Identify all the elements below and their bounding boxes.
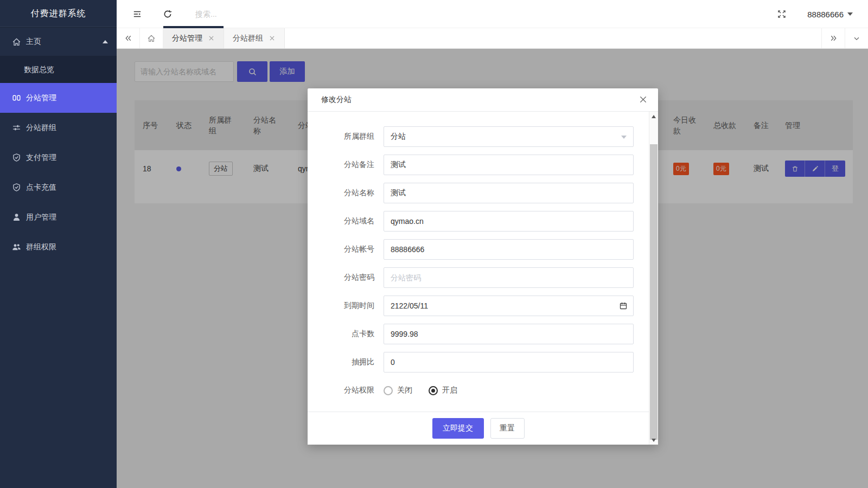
calendar-icon[interactable] xyxy=(619,301,628,310)
sidebar-item-label: 分站群组 xyxy=(26,123,108,133)
close-icon[interactable] xyxy=(209,36,214,41)
caret-down-icon xyxy=(847,12,853,16)
radio-option-on[interactable]: 开启 xyxy=(429,386,457,395)
form-row-password: 分站密码 xyxy=(318,267,649,288)
user-icon xyxy=(12,213,21,222)
group-select[interactable]: 分站 xyxy=(384,126,634,147)
form-row-permission: 分站权限 关闭 开启 xyxy=(318,380,649,401)
form-row-commission: 抽拥比 xyxy=(318,352,649,373)
sidebar-item-home[interactable]: 主页 xyxy=(0,27,117,56)
radio-label: 开启 xyxy=(442,386,457,395)
modal-body: 所属群组 分站 分站备注 分站名称 分站域名 分站帐号 分站密码 xyxy=(308,112,649,445)
name-field[interactable] xyxy=(384,183,634,203)
password-field[interactable] xyxy=(384,267,634,288)
reset-button[interactable]: 重置 xyxy=(490,418,525,439)
sidebar-item-label: 支付管理 xyxy=(26,153,108,163)
form-row-remark: 分站备注 xyxy=(318,155,649,175)
radio-option-off[interactable]: 关闭 xyxy=(384,386,412,395)
home-icon xyxy=(12,37,21,47)
sidebar-item-label: 分站管理 xyxy=(26,93,108,103)
expiry-date-field[interactable]: 2122/05/11 xyxy=(384,296,634,316)
account-field[interactable] xyxy=(384,239,634,260)
field-label: 分站名称 xyxy=(318,188,374,198)
field-label: 抽拥比 xyxy=(318,357,374,367)
sidebar: 付费进群系统 主页 数据总览 分站管理 分站群组 支付管理 点卡充值 xyxy=(0,0,117,488)
sidebar-item-label: 群组权限 xyxy=(26,242,108,252)
form-row-points: 点卡数 xyxy=(318,324,649,344)
submit-button[interactable]: 立即提交 xyxy=(432,418,484,439)
tabs-scroll-right-button[interactable] xyxy=(821,28,845,48)
collapse-sidebar-icon[interactable] xyxy=(132,9,142,19)
commission-field[interactable] xyxy=(384,352,634,373)
users-icon xyxy=(12,242,21,252)
sidebar-item-substation-mgmt[interactable]: 分站管理 xyxy=(0,83,117,113)
sidebar-item-group-permissions[interactable]: 群组权限 xyxy=(0,232,117,262)
sidebar-item-label: 用户管理 xyxy=(26,213,108,222)
sidebar-item-label: 主页 xyxy=(26,37,103,47)
shield-check-icon xyxy=(12,183,21,192)
modal-footer: 立即提交 重置 xyxy=(308,412,649,445)
form-row-domain: 分站域名 xyxy=(318,211,649,232)
scroll-up-arrow[interactable] xyxy=(649,112,658,121)
field-label: 分站权限 xyxy=(318,386,374,395)
field-label: 分站密码 xyxy=(318,273,374,282)
field-label: 到期时间 xyxy=(318,301,374,311)
tab-substation-mgmt[interactable]: 分站管理 xyxy=(163,28,224,48)
tab-label: 分站管理 xyxy=(172,34,202,43)
edit-substation-modal: 修改分站 所属群组 分站 分站备注 分站名称 分站域名 分站帐号 xyxy=(308,88,658,445)
field-label: 点卡数 xyxy=(318,329,374,339)
sidebar-item-label: 点卡充值 xyxy=(26,183,108,192)
caret-down-icon xyxy=(621,136,627,139)
tab-bar: 分站管理 分站群组 xyxy=(117,28,868,49)
domain-field[interactable] xyxy=(384,211,634,232)
field-label: 所属群组 xyxy=(318,132,374,142)
username: 88886666 xyxy=(807,10,844,19)
sidebar-item-user-mgmt[interactable]: 用户管理 xyxy=(0,202,117,232)
sidebar-item-label: 数据总览 xyxy=(24,65,108,75)
tab-label: 分站群组 xyxy=(233,34,263,43)
modal-header: 修改分站 xyxy=(308,88,658,112)
tab-substation-groups[interactable]: 分站群组 xyxy=(224,28,285,48)
points-field[interactable] xyxy=(384,324,634,344)
form-row-account: 分站帐号 xyxy=(318,239,649,260)
user-menu[interactable]: 88886666 xyxy=(807,0,853,28)
date-value: 2122/05/11 xyxy=(391,301,428,310)
scrollbar-thumb[interactable] xyxy=(650,144,658,440)
field-label: 分站帐号 xyxy=(318,245,374,254)
refresh-icon[interactable] xyxy=(163,9,173,19)
global-search-input[interactable] xyxy=(195,6,315,22)
substation-icon xyxy=(12,93,21,102)
sidebar-item-data-overview[interactable]: 数据总览 xyxy=(0,56,117,83)
sliders-icon xyxy=(12,123,21,132)
form-row-expiry: 到期时间 2122/05/11 xyxy=(318,296,649,316)
modal-title: 修改分站 xyxy=(321,95,352,105)
selected-value: 分站 xyxy=(391,132,406,142)
field-label: 分站域名 xyxy=(318,216,374,226)
modal-scrollbar xyxy=(649,112,658,445)
radio-checked-icon xyxy=(429,386,438,395)
tab-home-button[interactable] xyxy=(140,28,163,48)
sidebar-item-payment-mgmt[interactable]: 支付管理 xyxy=(0,143,117,172)
shield-check-icon xyxy=(12,153,21,162)
remark-field[interactable] xyxy=(384,155,634,175)
app-title: 付费进群系统 xyxy=(0,0,117,27)
form-row-group: 所属群组 分站 xyxy=(318,126,649,147)
fullscreen-icon[interactable] xyxy=(777,9,787,19)
sidebar-item-substation-groups[interactable]: 分站群组 xyxy=(0,113,117,143)
tabbar-spacer xyxy=(285,28,821,48)
close-icon[interactable] xyxy=(270,36,275,41)
tabs-scroll-left-button[interactable] xyxy=(117,28,140,48)
radio-label: 关闭 xyxy=(397,386,412,395)
form-row-name: 分站名称 xyxy=(318,183,649,203)
modal-close-button[interactable] xyxy=(639,95,647,104)
sidebar-item-card-recharge[interactable]: 点卡充值 xyxy=(0,172,117,202)
field-label: 分站备注 xyxy=(318,160,374,170)
tabs-menu-button[interactable] xyxy=(845,28,868,48)
radio-unchecked-icon xyxy=(384,386,393,395)
chevron-up-icon xyxy=(103,40,108,43)
topbar: 88886666 xyxy=(117,0,868,28)
scroll-down-arrow[interactable] xyxy=(649,435,658,445)
